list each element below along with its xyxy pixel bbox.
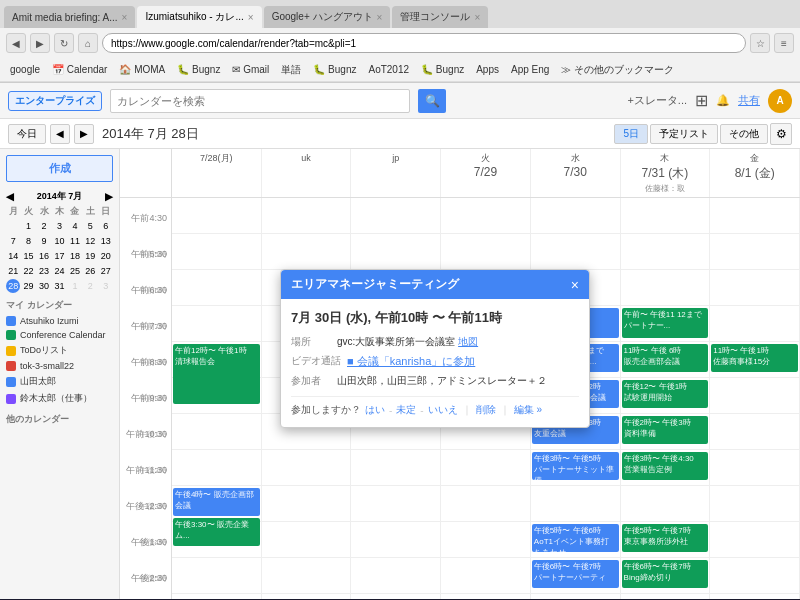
mini-cal-day-28[interactable]: 28	[6, 279, 20, 293]
bookmark-tango[interactable]: 単語	[277, 62, 305, 78]
tab-1[interactable]: Amit media briefing: A... ×	[4, 6, 135, 28]
col-mon-1430[interactable]	[172, 558, 262, 594]
event-thu-1030[interactable]: 午後2時〜 午後3時資料準備	[622, 416, 709, 444]
event-thu-1430[interactable]: 午後6時〜 午後7時Bing締め切り	[622, 560, 709, 588]
event-mon-1230b[interactable]: 午後3:30〜 販売企業ム...	[173, 518, 260, 546]
col-thu-430[interactable]	[621, 198, 711, 234]
header-day-jp[interactable]: jp	[351, 149, 441, 197]
header-day-uk[interactable]: uk	[262, 149, 352, 197]
col-mon-1030[interactable]	[172, 414, 262, 450]
col-wed-1230[interactable]	[531, 486, 621, 522]
col-fri-430[interactable]	[710, 198, 800, 234]
col-jp-1230[interactable]	[351, 486, 441, 522]
cal-item-3[interactable]: ToDoリスト	[6, 342, 113, 359]
cal-item-6[interactable]: 鈴木太郎（仕事）	[6, 390, 113, 407]
bookmark-google[interactable]: google	[6, 63, 44, 76]
col-tue-1430[interactable]	[441, 558, 531, 594]
mini-cal-day-23[interactable]: 23	[37, 264, 51, 278]
col-thu-830[interactable]: 11時〜 午後 6時販売企画部会議	[621, 342, 711, 378]
popup-rsvp-no[interactable]: いいえ	[428, 403, 458, 417]
mini-cal-day-7[interactable]: 7	[6, 234, 20, 248]
share-button[interactable]: 共有	[738, 93, 760, 108]
header-day-mon[interactable]: 7/28(月)	[172, 149, 262, 197]
event-wed-1130[interactable]: 午後3時〜 午後5時パートナーサミット準備	[532, 452, 619, 480]
mini-cal-day-10[interactable]: 10	[52, 234, 66, 248]
col-mon-430[interactable]	[172, 198, 262, 234]
mini-cal-day[interactable]	[6, 219, 20, 233]
col-jp-1430[interactable]	[351, 558, 441, 594]
apps-grid-icon[interactable]: ⊞	[695, 91, 708, 110]
bookmark-bugnz3[interactable]: 🐛 Bugnz	[417, 63, 468, 76]
col-thu-1330[interactable]: 午後5時〜 午後7時東京事務所渉外社	[621, 522, 711, 558]
calendar-search-input[interactable]	[110, 89, 410, 113]
mini-cal-day-29[interactable]: 29	[22, 279, 36, 293]
tab-4[interactable]: 管理コンソール ×	[392, 6, 488, 28]
mini-cal-day-31[interactable]: 31	[52, 279, 66, 293]
mini-cal-day-n2[interactable]: 2	[83, 279, 97, 293]
tab-2-close[interactable]: ×	[248, 12, 254, 23]
bookmark-aot[interactable]: AoT2012	[364, 63, 413, 76]
user-avatar[interactable]: A	[768, 89, 792, 113]
back-button[interactable]: ◀	[6, 33, 26, 53]
bookmark-moma[interactable]: 🏠 MOMA	[115, 63, 169, 76]
menu-button[interactable]: ≡	[774, 33, 794, 53]
cal-item-1[interactable]: Atsuhiko Izumi	[6, 314, 113, 328]
tab-3-close[interactable]: ×	[377, 12, 383, 23]
header-day-fri[interactable]: 金 8/1 (金)	[710, 149, 800, 197]
url-input[interactable]	[102, 33, 746, 53]
mini-cal-day-5[interactable]: 5	[83, 219, 97, 233]
col-wed-430[interactable]	[531, 198, 621, 234]
col-fri-930[interactable]	[710, 378, 800, 414]
col-thu-1130[interactable]: 午後3時〜 午後4:30営業報告定例	[621, 450, 711, 486]
event-wed-1330[interactable]: 午後5時〜 午後6時AoT1イベント事務打ちあわせ	[532, 524, 619, 552]
col-tue-1530[interactable]	[441, 594, 531, 599]
col-fri-530[interactable]	[710, 234, 800, 270]
event-wed-1430[interactable]: 午後6時〜 午後7時パートナーパーティ	[532, 560, 619, 588]
mini-cal-day-16[interactable]: 16	[37, 249, 51, 263]
col-thu-1030[interactable]: 午後2時〜 午後3時資料準備	[621, 414, 711, 450]
popup-rsvp-maybe[interactable]: 未定	[396, 403, 416, 417]
col-jp-1130[interactable]	[351, 450, 441, 486]
event-thu-1130[interactable]: 午後3時〜 午後4:30営業報告定例	[622, 452, 709, 480]
mini-cal-day-15[interactable]: 15	[22, 249, 36, 263]
mini-cal-day-2[interactable]: 2	[37, 219, 51, 233]
col-thu-530[interactable]	[621, 234, 711, 270]
col-thu-630[interactable]	[621, 270, 711, 306]
cal-item-5[interactable]: 山田太郎	[6, 373, 113, 390]
col-wed-1130[interactable]: 午後3時〜 午後5時パートナーサミット準備	[531, 450, 621, 486]
col-wed-1430[interactable]: 午後6時〜 午後7時パートナーパーティ	[531, 558, 621, 594]
mini-cal-day-n1[interactable]: 1	[68, 279, 82, 293]
mini-cal-next[interactable]: ▶	[105, 191, 113, 202]
mini-cal-day-12[interactable]: 12	[83, 234, 97, 248]
tab-3[interactable]: Google+ ハングアウト ×	[264, 6, 391, 28]
event-mon-1230a[interactable]: 午後4時〜 販売企画部会議	[173, 488, 260, 516]
bookmark-apps[interactable]: Apps	[472, 63, 503, 76]
view-schedule-button[interactable]: 予定リスト	[650, 124, 718, 144]
col-fri-630[interactable]	[710, 270, 800, 306]
col-wed-530[interactable]	[531, 234, 621, 270]
event-thu-830[interactable]: 11時〜 午後 6時販売企画部会議	[622, 344, 709, 372]
col-mon-1130[interactable]	[172, 450, 262, 486]
col-mon-830[interactable]: 午前12時〜 午後1時清球報告会	[172, 342, 262, 378]
event-thu-1330[interactable]: 午後5時〜 午後7時東京事務所渉外社	[622, 524, 709, 552]
mini-cal-day-22[interactable]: 22	[22, 264, 36, 278]
col-tue-530[interactable]	[441, 234, 531, 270]
popup-edit[interactable]: 編集 »	[514, 403, 542, 417]
col-uk-1230[interactable]	[262, 486, 352, 522]
event-fri-830[interactable]: 11時〜 午後1時佐藤商事様15分	[711, 344, 798, 372]
col-thu-1230[interactable]	[621, 486, 711, 522]
col-fri-1530[interactable]	[710, 594, 800, 599]
mini-cal-day-3[interactable]: 3	[52, 219, 66, 233]
col-mon-1530[interactable]	[172, 594, 262, 599]
mini-cal-day-9[interactable]: 9	[37, 234, 51, 248]
col-fri-1330[interactable]	[710, 522, 800, 558]
mini-cal-day-14[interactable]: 14	[6, 249, 20, 263]
mini-cal-day-n3[interactable]: 3	[99, 279, 113, 293]
event-thu-730[interactable]: 午前〜 午後11 12までパートナー...	[622, 308, 709, 338]
event-thu-930[interactable]: 午後12〜 午後1時試験運用開始	[622, 380, 709, 408]
mini-cal-day-13[interactable]: 13	[99, 234, 113, 248]
home-button[interactable]: ⌂	[78, 33, 98, 53]
popup-rsvp-yes[interactable]: はい	[365, 403, 385, 417]
col-uk-1430[interactable]	[262, 558, 352, 594]
col-tue-1330[interactable]	[441, 522, 531, 558]
